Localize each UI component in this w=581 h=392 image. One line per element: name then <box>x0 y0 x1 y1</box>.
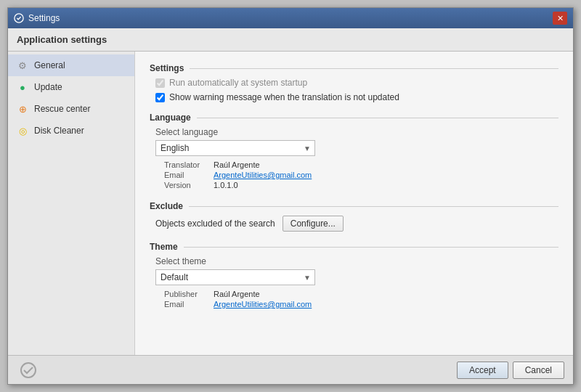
theme-section-title: Theme <box>150 242 178 252</box>
publisher-label: Publisher <box>164 290 208 298</box>
language-email-row: Email ArgenteUtilities@gmail.com <box>164 171 558 179</box>
main-panel: Settings Run automatically at system sta… <box>135 52 573 355</box>
accept-button[interactable]: Accept <box>457 362 508 379</box>
language-section-title: Language <box>150 113 191 123</box>
theme-email-label: Email <box>164 300 208 309</box>
settings-section-header: Settings <box>150 63 558 73</box>
publisher-row: Publisher Raúl Argente <box>164 290 558 298</box>
svg-point-1 <box>21 363 36 377</box>
app-header: Application settings <box>8 28 573 52</box>
translator-row: Translator Raúl Argente <box>164 160 558 169</box>
language-translator-info: Translator Raúl Argente Email ArgenteUti… <box>150 160 558 189</box>
exclude-section: Exclude Objects excluded of the search C… <box>150 201 558 232</box>
update-icon: ● <box>17 81 28 93</box>
title-bar: Settings ✕ <box>8 8 573 28</box>
sidebar-label-disk: Disk Cleaner <box>34 126 84 136</box>
checkbox-startup-row: Run automatically at system startup <box>150 78 558 88</box>
checkbox-warning[interactable] <box>155 93 165 102</box>
version-row: Version 1.0.1.0 <box>164 181 558 189</box>
sidebar-label-update: Update <box>34 82 62 92</box>
theme-divider <box>184 247 558 248</box>
sidebar-item-update[interactable]: ● Update <box>8 76 134 98</box>
close-button[interactable]: ✕ <box>553 12 567 25</box>
theme-email-link[interactable]: ArgenteUtilities@gmail.com <box>214 300 312 309</box>
translator-value: Raúl Argente <box>214 160 260 169</box>
footer-logo <box>17 362 40 379</box>
translator-label: Translator <box>164 160 208 169</box>
sidebar-item-disk[interactable]: ◎ Disk Cleaner <box>8 120 134 142</box>
theme-section-header: Theme <box>150 242 558 252</box>
language-select[interactable]: English Spanish French German <box>155 140 315 156</box>
publisher-value: Raúl Argente <box>214 290 260 298</box>
theme-publisher-info: Publisher Raúl Argente Email ArgenteUtil… <box>150 290 558 309</box>
language-email-label: Email <box>164 171 208 179</box>
version-label: Version <box>164 181 208 189</box>
settings-divider <box>190 68 558 69</box>
language-select-label: Select language <box>150 127 558 137</box>
language-email-link[interactable]: ArgenteUtilities@gmail.com <box>214 171 312 179</box>
rescue-icon: ⊕ <box>17 103 28 115</box>
cancel-button[interactable]: Cancel <box>513 362 564 379</box>
sidebar-label-general: General <box>34 60 65 70</box>
theme-section: Theme Select theme Default Dark Light ▼ <box>150 242 558 309</box>
language-select-wrapper: English Spanish French German ▼ <box>150 140 315 156</box>
sidebar: ⚙ General ● Update ⊕ Rescue center ◎ Dis… <box>8 52 135 355</box>
theme-select-wrapper: Default Dark Light ▼ <box>150 269 315 285</box>
window-icon <box>14 13 24 23</box>
language-section-header: Language <box>150 113 558 123</box>
theme-select[interactable]: Default Dark Light <box>155 269 315 285</box>
theme-subsection: Select theme Default Dark Light ▼ Publis… <box>150 256 558 309</box>
exclude-divider <box>189 206 558 207</box>
settings-section: Settings Run automatically at system sta… <box>150 63 558 102</box>
settings-section-title: Settings <box>150 63 184 73</box>
window-title: Settings <box>28 13 60 23</box>
settings-window: Settings ✕ Application settings ⚙ Genera… <box>7 7 574 385</box>
checkbox-warning-row: Show warning message when the translatio… <box>150 92 558 102</box>
footer: Accept Cancel <box>8 355 573 384</box>
exclude-row: Objects excluded of the search Configure… <box>150 216 558 232</box>
language-divider <box>197 118 558 118</box>
app-header-title: Application settings <box>17 34 107 45</box>
gear-icon: ⚙ <box>17 60 28 71</box>
theme-email-row: Email ArgenteUtilities@gmail.com <box>164 300 558 309</box>
sidebar-item-general[interactable]: ⚙ General <box>8 54 134 76</box>
disk-icon: ◎ <box>17 125 28 136</box>
exclude-section-header: Exclude <box>150 201 558 211</box>
sidebar-item-rescue[interactable]: ⊕ Rescue center <box>8 98 134 120</box>
sidebar-label-rescue: Rescue center <box>34 104 90 114</box>
content-area: ⚙ General ● Update ⊕ Rescue center ◎ Dis… <box>8 52 573 355</box>
title-bar-left: Settings <box>14 13 60 23</box>
checkbox-warning-label: Show warning message when the translatio… <box>169 92 399 102</box>
version-value: 1.0.1.0 <box>214 181 238 189</box>
theme-select-label: Select theme <box>150 256 558 266</box>
language-section: Language Select language English Spanish… <box>150 113 558 189</box>
configure-button[interactable]: Configure... <box>283 216 344 232</box>
checkbox-startup[interactable] <box>155 78 165 88</box>
exclude-section-title: Exclude <box>150 201 183 211</box>
exclude-objects-label: Objects excluded of the search <box>155 219 275 229</box>
language-subsection: Select language English Spanish French G… <box>150 127 558 189</box>
checkbox-startup-label: Run automatically at system startup <box>169 78 307 88</box>
